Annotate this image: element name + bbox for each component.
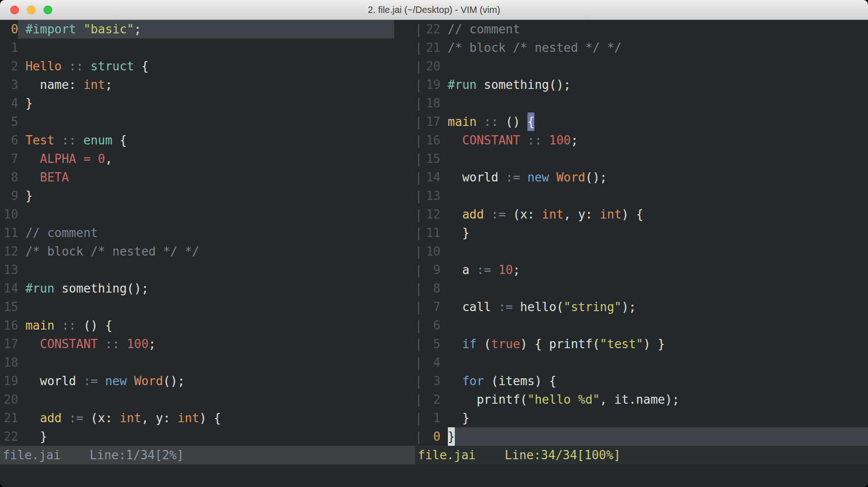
window-separator: | [415,205,422,224]
line-number: 20 [422,57,440,75]
right-pane-buffer[interactable]: |22 // comment|21 /* block /* nested */ … [415,20,868,446]
code-text: CONSTANT :: 100; [18,335,394,353]
code-line[interactable]: |18 [415,94,868,112]
code-line[interactable]: |14 world := new Word(); [415,168,868,187]
code-line[interactable]: 2Hello :: struct { [0,57,394,75]
syntax-token: #run [448,78,477,92]
line-number: 21 [0,409,18,427]
syntax-token: := [491,207,506,221]
code-line[interactable]: 20 [0,390,394,409]
code-line[interactable]: 17 CONSTANT :: 100; [0,335,394,353]
minimize-button[interactable] [27,6,36,14]
code-line[interactable]: |7 call := hello("string"); [415,298,868,316]
code-line[interactable]: |21 /* block /* nested */ */ [415,38,868,57]
title-bar: 2. file.jai (~/Desktop) - VIM (vim) [0,0,868,20]
line-number: 12 [422,205,440,224]
syntax-token: ; [134,22,142,36]
code-line[interactable]: 15 [0,298,394,316]
code-line[interactable]: 6Test :: enum { [0,131,394,150]
code-line[interactable]: 14#run something(); [0,279,394,298]
code-line[interactable]: 22 } [0,427,394,446]
window-separator: | [415,20,422,38]
code-line[interactable]: |13 [415,187,868,205]
code-line[interactable]: |19 #run something(); [415,75,868,94]
syntax-token: ); [621,300,636,314]
code-line[interactable]: 3 name: int; [0,75,394,94]
line-number: 17 [0,335,18,353]
code-line[interactable]: 1 [0,38,394,57]
window-separator: | [415,38,422,57]
syntax-token [127,374,134,388]
syntax-token: main [25,318,55,332]
code-line[interactable]: |11 } [415,224,868,242]
code-line[interactable]: |9 a := 10; [415,261,868,279]
code-line[interactable]: |6 [415,316,868,335]
syntax-token: CONSTANT [462,133,520,147]
syntax-token: ) { printf( [520,337,600,351]
line-number: 11 [422,224,440,242]
syntax-token: something(); [55,281,149,295]
code-line[interactable]: 5 [0,112,394,131]
code-line[interactable]: 4} [0,94,394,112]
syntax-token: // comment [25,226,98,240]
code-line[interactable]: 10 [0,205,394,224]
gutter-gap [440,224,448,242]
syntax-token: } [448,411,470,425]
window-title: 2. file.jai (~/Desktop) - VIM (vim) [0,5,868,15]
code-line[interactable]: |2 printf("hello %d", it.name); [415,390,868,409]
syntax-token [25,152,40,166]
code-line[interactable]: 7 ALPHA = 0, [0,150,394,168]
code-text: } [18,427,394,446]
syntax-token [83,59,91,73]
code-text [18,112,394,131]
code-text: } [18,187,394,205]
code-line[interactable]: |17 main :: () { [415,112,868,131]
code-line[interactable]: 11// comment [0,224,394,242]
code-line[interactable]: 19 world := new Word(); [0,372,394,390]
code-line[interactable]: 0#import "basic"; [0,20,394,38]
window-separator: | [415,150,422,168]
syntax-token: #import [25,22,76,36]
code-line[interactable]: 21 add := (x: int, y: int) { [0,409,394,427]
command-line[interactable] [0,464,868,487]
code-line[interactable]: |3 for (items) { [415,372,868,390]
code-line[interactable]: |1 } [415,409,868,427]
code-line[interactable]: |0 } [415,427,868,446]
syntax-token [91,152,98,166]
code-text [448,187,868,205]
syntax-token: ( [477,337,491,351]
syntax-token: /* block /* nested */ */ [25,244,199,258]
code-line[interactable]: |10 [415,242,868,261]
close-button[interactable] [10,6,19,14]
code-line[interactable]: |8 [415,279,868,298]
code-line[interactable]: 13 [0,261,394,279]
line-number: 14 [422,168,440,187]
syntax-token: int [119,411,141,425]
syntax-token: ; [149,337,156,351]
syntax-token: BETA [40,170,69,184]
code-text [448,57,868,75]
code-line[interactable]: |16 CONSTANT :: 100; [415,131,868,150]
line-number: 2 [422,390,440,409]
code-line[interactable]: |12 add := (x: int, y: int) { [415,205,868,224]
code-line[interactable]: |4 [415,353,868,372]
syntax-token: , y: [564,207,600,221]
code-line[interactable]: |15 [415,150,868,168]
zoom-button[interactable] [43,6,52,14]
code-line[interactable]: 16main :: () { [0,316,394,335]
code-line[interactable]: 9} [0,187,394,205]
code-line[interactable]: 12/* block /* nested */ */ [0,242,394,261]
syntax-token: hello( [513,300,564,314]
left-pane-buffer[interactable]: 0#import "basic";12Hello :: struct {3 na… [0,20,415,446]
syntax-token [549,170,557,184]
syntax-token [62,59,69,73]
syntax-token: ALPHA [40,152,76,166]
window-separator: | [415,261,422,279]
code-line[interactable]: |5 if (true) { printf("test") } [415,335,868,353]
syntax-token: ; [513,263,520,277]
code-line[interactable]: 8 BETA [0,168,394,187]
code-line[interactable]: |22 // comment [415,20,868,38]
code-line[interactable]: |20 [415,57,868,75]
code-line[interactable]: 18 [0,353,394,372]
code-text [448,150,868,168]
